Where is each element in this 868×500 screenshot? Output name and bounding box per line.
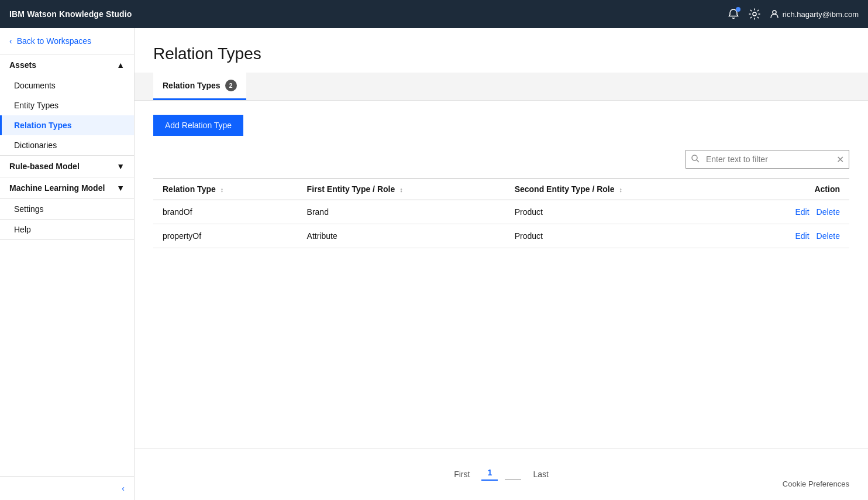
- help-label: Help: [14, 225, 31, 234]
- col-relation-type: Relation Type ↕: [153, 179, 298, 200]
- first-page-button[interactable]: First: [449, 467, 474, 481]
- brand-logo: IBM Watson Knowledge Studio: [9, 9, 132, 19]
- entity-types-label: Entity Types: [14, 101, 58, 110]
- pagination: First 1 Last: [449, 456, 553, 493]
- clear-filter-icon[interactable]: ✕: [836, 154, 844, 165]
- sidebar-item-help[interactable]: Help: [0, 220, 134, 239]
- assets-collapse-icon: ▲: [116, 60, 125, 70]
- page-1-button[interactable]: 1: [481, 468, 498, 481]
- last-page-button[interactable]: Last: [528, 467, 553, 481]
- app-body: ‹ Back to Workspaces Assets ▲ Documents …: [0, 28, 868, 500]
- collapse-icon: ‹: [122, 484, 125, 493]
- cell-first-entity-1: Attribute: [298, 224, 505, 248]
- cell-relation-type-1: propertyOf: [153, 224, 298, 248]
- sidebar-bottom: ‹: [0, 476, 134, 500]
- delete-button-1[interactable]: Delete: [817, 231, 840, 241]
- add-relation-type-button[interactable]: Add Relation Type: [153, 115, 243, 136]
- sidebar-settings-section: Settings: [0, 199, 134, 220]
- table-body: brandOf Brand Product Edit Delete proper…: [153, 200, 849, 248]
- sidebar-ml-section: Machine Learning Model ▼: [0, 177, 134, 199]
- content-area: Add Relation Type ✕: [135, 101, 868, 448]
- cell-action-1: Edit Delete: [734, 224, 849, 248]
- cell-second-entity-0: Product: [505, 200, 735, 224]
- svg-point-0: [753, 12, 756, 16]
- dictionaries-label: Dictionaries: [14, 141, 57, 150]
- sidebar-assets-section: Assets ▲ Documents Entity Types Relation…: [0, 54, 134, 156]
- relation-types-table: Relation Type ↕ First Entity Type / Role…: [153, 178, 849, 248]
- sidebar-item-entity-types[interactable]: Entity Types: [0, 95, 134, 115]
- ml-header[interactable]: Machine Learning Model ▼: [0, 177, 134, 198]
- sidebar-rule-based-section: Rule-based Model ▼: [0, 156, 134, 177]
- page-underline: [481, 480, 498, 481]
- sidebar-item-settings[interactable]: Settings: [0, 199, 134, 219]
- brand-rest: Knowledge Studio: [57, 9, 132, 19]
- col-action: Action: [734, 179, 849, 200]
- ml-label: Machine Learning Model: [9, 183, 105, 193]
- filter-row: ✕: [153, 150, 849, 169]
- topnav: IBM Watson Knowledge Studio rich.hagarty…: [0, 0, 868, 28]
- edit-button-0[interactable]: Edit: [795, 207, 809, 217]
- col-first-entity: First Entity Type / Role ↕: [298, 179, 505, 200]
- rule-based-header[interactable]: Rule-based Model ▼: [0, 156, 134, 177]
- assets-label: Assets: [9, 60, 36, 70]
- rule-based-label: Rule-based Model: [9, 162, 80, 171]
- cell-second-entity-1: Product: [505, 224, 735, 248]
- ml-expand-icon: ▼: [116, 183, 125, 193]
- back-to-workspaces[interactable]: ‹ Back to Workspaces: [0, 28, 134, 54]
- page-title: Relation Types: [153, 44, 849, 63]
- notifications-icon[interactable]: [728, 8, 739, 20]
- delete-button-0[interactable]: Delete: [817, 207, 840, 217]
- back-label: Back to Workspaces: [17, 36, 91, 46]
- cookie-preferences-link[interactable]: Cookie Preferences: [783, 480, 849, 488]
- brand-watson: Watson: [27, 9, 57, 19]
- current-page-number: 1: [487, 468, 492, 477]
- cell-first-entity-0: Brand: [298, 200, 505, 224]
- table-row: brandOf Brand Product Edit Delete: [153, 200, 849, 224]
- tab-label: Relation Types: [163, 81, 221, 90]
- documents-label: Documents: [14, 81, 56, 90]
- filter-input-wrap: ✕: [686, 150, 849, 169]
- topnav-actions: rich.hagarty@ibm.com: [728, 8, 859, 20]
- page-header: Relation Types: [135, 28, 868, 73]
- edit-button-1[interactable]: Edit: [795, 231, 809, 241]
- sort-second-entity-icon[interactable]: ↕: [619, 186, 622, 193]
- brand-ibm: IBM: [9, 9, 27, 19]
- bottom-footer: First 1 Last Cookie Preferences: [135, 448, 868, 500]
- settings-icon[interactable]: [749, 8, 760, 20]
- back-chevron-icon: ‹: [9, 36, 12, 46]
- sort-first-entity-icon[interactable]: ↕: [399, 186, 403, 193]
- tabs-bar: Relation Types 2: [135, 73, 868, 101]
- user-info[interactable]: rich.hagarty@ibm.com: [770, 9, 859, 19]
- assets-header[interactable]: Assets ▲: [0, 54, 134, 76]
- relation-types-label: Relation Types: [14, 121, 72, 130]
- rule-based-expand-icon: ▼: [116, 162, 125, 171]
- search-icon: [691, 154, 700, 165]
- svg-point-1: [773, 11, 776, 14]
- sidebar-item-documents[interactable]: Documents: [0, 76, 134, 95]
- tab-count-badge: 2: [225, 80, 237, 91]
- notification-dot: [736, 7, 740, 12]
- sidebar-item-dictionaries[interactable]: Dictionaries: [0, 135, 134, 155]
- sidebar: ‹ Back to Workspaces Assets ▲ Documents …: [0, 28, 135, 500]
- settings-label: Settings: [14, 204, 44, 214]
- cell-action-0: Edit Delete: [734, 200, 849, 224]
- filter-input[interactable]: [704, 150, 833, 168]
- user-email: rich.hagarty@ibm.com: [783, 10, 859, 19]
- sidebar-help-section: Help: [0, 220, 134, 240]
- sort-relation-type-icon[interactable]: ↕: [221, 186, 224, 193]
- sidebar-item-relation-types[interactable]: Relation Types: [0, 115, 134, 135]
- sidebar-collapse-button[interactable]: ‹: [0, 477, 134, 500]
- tab-relation-types[interactable]: Relation Types 2: [153, 73, 246, 100]
- pagination-separator: [505, 479, 521, 480]
- table-row: propertyOf Attribute Product Edit Delete: [153, 224, 849, 248]
- cell-relation-type-0: brandOf: [153, 200, 298, 224]
- main-content: Relation Types Relation Types 2 Add Rela…: [135, 28, 868, 500]
- col-second-entity: Second Entity Type / Role ↕: [505, 179, 735, 200]
